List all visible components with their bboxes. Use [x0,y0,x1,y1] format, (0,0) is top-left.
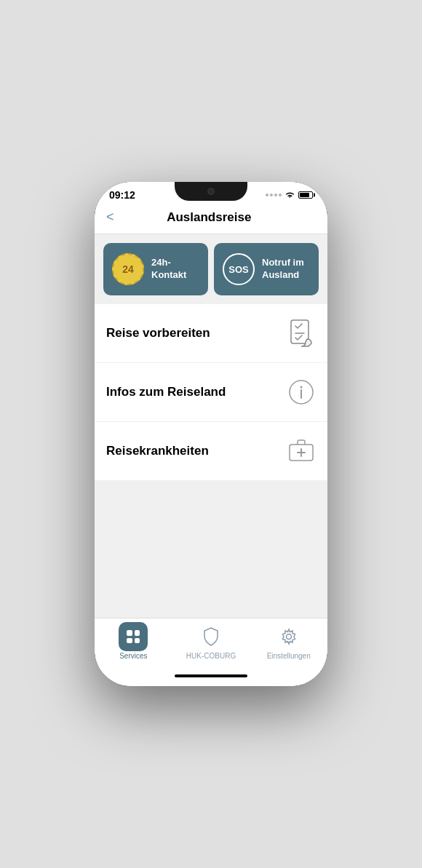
medkit-icon [287,437,316,466]
content-spacer [95,481,327,539]
nav-header: < Auslandsreise [95,204,327,234]
page-title: Auslandsreise [120,210,298,225]
svg-rect-0 [291,320,308,343]
info-circle-icon [287,378,316,407]
card-24h-label: 24h-Kontakt [151,257,199,282]
menu-item-reisekrankheiten[interactable]: Reisekrankheiten [95,422,327,480]
menu-label-reise-vorbereiten: Reise vorbereiten [106,326,210,341]
status-bar: 09:12 [95,182,327,204]
status-icons [266,191,313,199]
menu-label-reisekrankheiten: Reisekrankheiten [106,444,209,458]
badge-24-icon: 24 [112,253,144,285]
gear-icon [280,628,298,645]
tab-services[interactable]: Services [95,624,172,660]
tab-huk-coburg[interactable]: HUK-COBURG [172,624,250,660]
menu-item-infos-reiseland[interactable]: Infos zum Reiseland [95,363,327,422]
card-24h-kontakt[interactable]: 24 24h-Kontakt [103,243,208,295]
back-button[interactable]: < [106,210,120,225]
menu-label-infos-reiseland: Infos zum Reiseland [106,385,226,399]
phone-shell: 09:12 [95,182,327,686]
status-time: 09:12 [109,189,135,201]
tab-services-icon-wrap [117,624,149,649]
tab-huk-icon-wrap [195,624,227,649]
tab-einstellungen-label: Einstellungen [267,652,311,660]
tab-einstellungen[interactable]: Einstellungen [250,624,327,660]
home-indicator-wrap [95,672,327,686]
wifi-icon [284,191,295,199]
battery-icon [298,191,313,199]
badge-sos-icon: SOS [223,253,255,285]
svg-point-4 [300,386,303,389]
notch [175,182,247,201]
menu-item-reise-vorbereiten[interactable]: Reise vorbereiten [95,304,327,363]
tab-einstellungen-icon-wrap [273,624,305,649]
svg-point-8 [286,634,291,640]
card-sos-label: Notruf im Ausland [262,257,304,282]
menu-section: Reise vorbereiten Infos zum Reiseland [95,304,327,480]
action-cards: 24 24h-Kontakt SOS Notruf im Ausland [95,234,327,304]
signal-dots [266,194,282,196]
grid-icon [127,630,140,643]
tab-huk-label: HUK-COBURG [186,652,236,660]
shield-icon [203,627,219,646]
tab-bar: Services HUK-COBURG E [95,618,327,672]
phone-screen: 09:12 [95,182,327,686]
notch-camera [207,188,215,195]
services-grid-icon [119,622,148,651]
card-sos-notruf[interactable]: SOS Notruf im Ausland [214,243,319,295]
tab-services-label: Services [119,652,147,660]
main-content: 24 24h-Kontakt SOS Notruf im Ausland Rei… [95,234,327,618]
home-indicator [175,674,247,677]
checklist-icon [287,319,316,348]
